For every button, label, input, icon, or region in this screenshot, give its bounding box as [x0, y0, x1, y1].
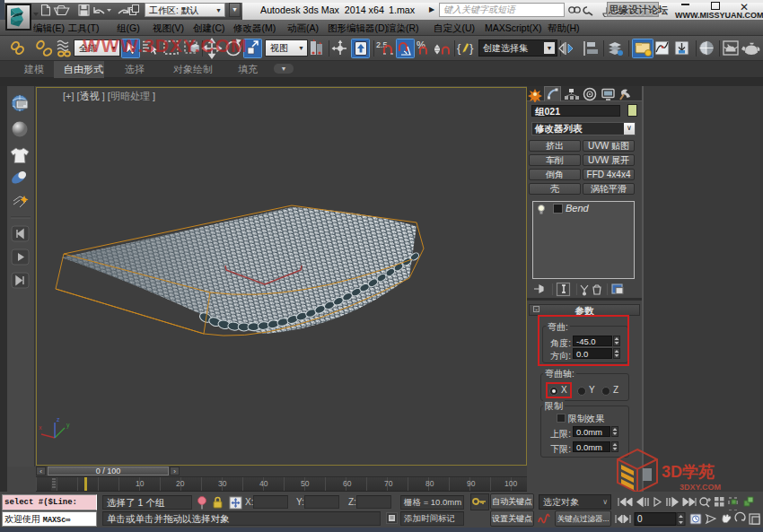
svg-text:y: y — [66, 422, 70, 429]
svg-text:z: z — [57, 416, 60, 423]
svg-text:2.5: 2.5 — [376, 40, 388, 49]
svg-text:x: x — [39, 424, 42, 431]
svg-text:{: { — [457, 41, 461, 55]
svg-text:0: 0 — [637, 514, 643, 524]
svg-text:}: } — [469, 41, 474, 55]
